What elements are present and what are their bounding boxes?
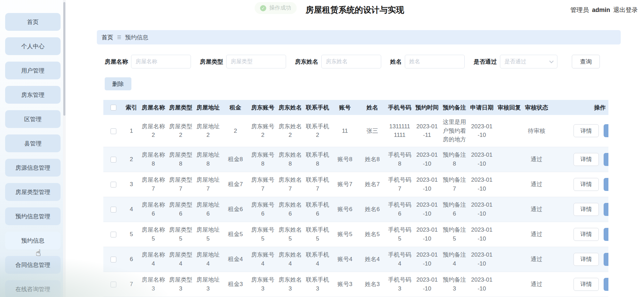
data-table: 索引 房屋名称 房屋类型 房屋地址 租金 房东账号 房东姓名 联系手机 账号 姓… bbox=[103, 100, 608, 297]
cell-contact-phone: 联系手机2 bbox=[304, 115, 331, 147]
pass-status-select[interactable]: 是否通过 bbox=[500, 55, 557, 68]
delete-button[interactable]: 删除 bbox=[105, 77, 131, 90]
row-action-clipped-button[interactable] bbox=[604, 124, 608, 137]
row-checkbox[interactable] bbox=[111, 257, 116, 262]
sidebar-item[interactable]: 区管理 bbox=[5, 110, 61, 128]
sidebar-item[interactable]: 个人中心 bbox=[5, 37, 61, 55]
cell-phone: 手机号码8 bbox=[386, 147, 413, 172]
sidebar-item[interactable]: 首页 bbox=[5, 13, 61, 31]
cell-house-type: 房屋类型4 bbox=[167, 247, 194, 272]
col-account: 账号 bbox=[331, 100, 359, 115]
cell-reserve-time: 2023-01-10 bbox=[413, 197, 441, 222]
row-action-clipped-button[interactable] bbox=[604, 203, 608, 216]
sidebar-item[interactable]: 房源信息管理 bbox=[5, 159, 61, 177]
sidebar-scrollbar[interactable] bbox=[63, 0, 66, 297]
sidebar-item[interactable]: 县管理 bbox=[5, 134, 61, 152]
cell-review-status: 通过 bbox=[523, 272, 550, 297]
cell-apply-date: 2023-01-10 bbox=[468, 197, 495, 222]
sidebar-item[interactable]: 预约信息管理 bbox=[5, 207, 61, 225]
row-detail-button[interactable]: 详情 bbox=[574, 253, 599, 266]
row-checkbox[interactable] bbox=[111, 282, 116, 287]
cell-review-reply bbox=[495, 272, 523, 297]
row-detail-button[interactable]: 详情 bbox=[574, 228, 599, 241]
sidebar-item-label: 区管理 bbox=[24, 115, 42, 123]
filter-house-type: 房屋类型 bbox=[200, 55, 286, 68]
name-input[interactable] bbox=[405, 55, 465, 68]
sidebar-item[interactable]: 用户管理 bbox=[5, 62, 61, 79]
sidebar-item-label: 预约信息管理 bbox=[15, 212, 50, 220]
cell-review-status: 通过 bbox=[523, 197, 550, 222]
breadcrumb-home[interactable]: 首页 bbox=[102, 34, 113, 41]
cell-house-name: 房屋名称3 bbox=[140, 272, 167, 297]
table-header-row: 索引 房屋名称 房屋类型 房屋地址 租金 房东账号 房东姓名 联系手机 账号 姓… bbox=[103, 100, 608, 115]
table-row: 3 房屋名称7 房屋类型7 房屋地址7 租金7 房东账号7 房东姓名7 联系手机… bbox=[103, 172, 608, 197]
cell-index: 1 bbox=[123, 115, 140, 147]
cell-rent: 租金3 bbox=[222, 272, 249, 297]
sidebar-item[interactable]: 房屋类型管理 bbox=[5, 183, 61, 201]
cell-review-reply bbox=[495, 172, 523, 197]
sidebar-item[interactable]: 在线咨询管理 bbox=[5, 280, 61, 297]
cell-rent: 租金4 bbox=[222, 247, 249, 272]
row-detail-button[interactable]: 详情 bbox=[574, 124, 599, 137]
row-checkbox[interactable] bbox=[111, 128, 116, 134]
cell-phone: 手机号码4 bbox=[386, 247, 413, 272]
row-action-clipped-button[interactable] bbox=[604, 278, 608, 291]
row-action-clipped-button[interactable] bbox=[604, 178, 608, 191]
house-name-input[interactable] bbox=[131, 55, 191, 68]
cell-reserve-time: 2023-01-10 bbox=[413, 147, 441, 172]
row-action-clipped-button[interactable] bbox=[604, 228, 608, 241]
success-toast: ✓ 操作成功 bbox=[255, 2, 297, 14]
row-checkbox[interactable] bbox=[111, 232, 116, 237]
cell-review-reply bbox=[495, 147, 523, 172]
row-checkbox[interactable] bbox=[111, 207, 116, 212]
row-checkbox[interactable] bbox=[111, 157, 116, 163]
reservation-table: 索引 房屋名称 房屋类型 房屋地址 租金 房东账号 房东姓名 联系手机 账号 姓… bbox=[103, 100, 608, 297]
sidebar-item-label: 首页 bbox=[27, 18, 39, 26]
house-type-input[interactable] bbox=[226, 55, 286, 68]
col-landlord-name: 房东姓名 bbox=[276, 100, 304, 115]
sidebar-item[interactable]: 房东管理 bbox=[5, 86, 61, 104]
breadcrumb: 首页 ☰ 预约信息 bbox=[97, 30, 621, 44]
cell-review-reply bbox=[495, 197, 523, 222]
cell-account: 11 bbox=[331, 115, 359, 147]
sidebar-item-label: 房源信息管理 bbox=[15, 164, 50, 172]
sidebar-item[interactable]: 合同信息管理 bbox=[5, 256, 61, 274]
filter-bar: 房屋名称 房屋类型 房东姓名 姓名 是否通过 bbox=[105, 55, 644, 68]
cell-house-address: 房屋地址3 bbox=[194, 272, 222, 297]
row-action-clipped-button[interactable] bbox=[604, 153, 608, 166]
cell-actions: 详情 bbox=[550, 172, 608, 197]
cell-actions: 详情 bbox=[550, 272, 608, 297]
cell-reserve-time: 2023-01-10 bbox=[413, 172, 441, 197]
sidebar-item[interactable]: 预约信息 bbox=[5, 232, 61, 249]
row-checkbox[interactable] bbox=[111, 182, 116, 188]
row-detail-button[interactable]: 详情 bbox=[574, 278, 599, 291]
sidebar-scrollbar-thumb[interactable] bbox=[63, 2, 65, 116]
table-row: 6 房屋名称4 房屋类型4 房屋地址4 租金4 房东账号4 房东姓名4 联系手机… bbox=[103, 247, 608, 272]
row-detail-button[interactable]: 详情 bbox=[574, 203, 599, 216]
row-checkbox-cell bbox=[103, 247, 123, 272]
landlord-name-input[interactable] bbox=[321, 55, 381, 68]
row-checkbox-cell bbox=[103, 272, 123, 297]
sidebar-menu: 首页 个人中心 用户管理 房东管理 区管理 县管理 房源信息管理 房屋类型管理 … bbox=[0, 13, 66, 297]
col-review-status: 审核状态 bbox=[523, 100, 550, 115]
cell-contact-phone: 联系手机5 bbox=[304, 222, 331, 247]
cell-account: 账号5 bbox=[331, 222, 359, 247]
cell-index: 5 bbox=[123, 222, 140, 247]
logout-link[interactable]: 退出登录 bbox=[613, 6, 638, 14]
search-button[interactable]: 查询 bbox=[572, 55, 600, 68]
cell-house-type: 房屋类型8 bbox=[167, 147, 194, 172]
cell-name: 姓名3 bbox=[359, 272, 386, 297]
col-reserve-time: 预约时间 bbox=[413, 100, 441, 115]
cell-house-name: 房屋名称5 bbox=[140, 222, 167, 247]
cell-phone: 手机号码6 bbox=[386, 197, 413, 222]
cell-rent: 租金8 bbox=[222, 147, 249, 172]
select-all-checkbox[interactable] bbox=[111, 105, 116, 111]
row-detail-button[interactable]: 详情 bbox=[574, 178, 599, 191]
row-action-clipped-button[interactable] bbox=[604, 253, 608, 266]
row-checkbox-cell bbox=[103, 197, 123, 222]
table-row: 2 房屋名称8 房屋类型8 房屋地址8 租金8 房东账号8 房东姓名8 联系手机… bbox=[103, 147, 608, 172]
cell-reserve-note: 预约备注3 bbox=[441, 272, 468, 297]
cell-house-type: 房屋类型3 bbox=[167, 272, 194, 297]
sidebar-item-label: 用户管理 bbox=[21, 67, 44, 75]
row-detail-button[interactable]: 详情 bbox=[574, 153, 599, 166]
